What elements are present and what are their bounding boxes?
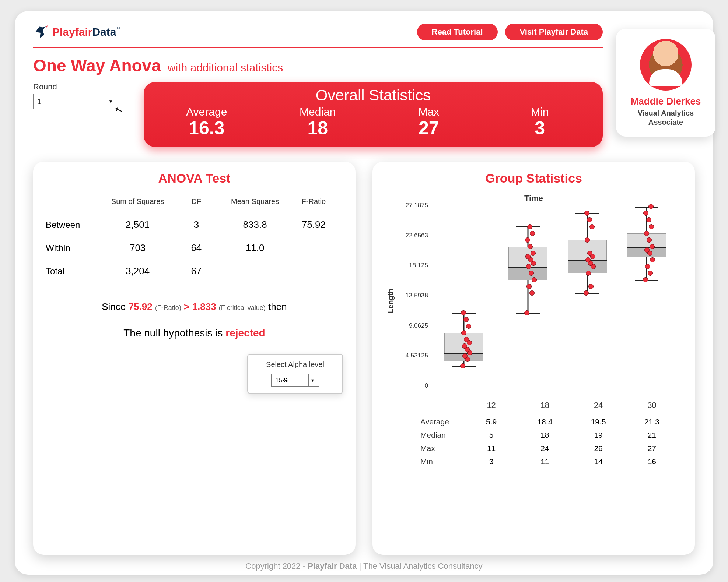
data-point	[647, 237, 652, 243]
data-point	[527, 224, 532, 229]
alpha-select[interactable]: 15% ▼	[271, 374, 319, 387]
data-point	[461, 330, 466, 335]
data-point	[650, 257, 655, 262]
overall-max-label: Max	[373, 106, 484, 118]
data-point	[462, 343, 467, 349]
anova-table: Sum of Squares DF Mean Squares F-Ratio B…	[46, 194, 343, 283]
data-point	[531, 251, 536, 256]
table-row: Median 5 18 19 21	[420, 428, 679, 442]
avatar	[640, 39, 692, 91]
logo: PlayfairData®	[33, 24, 120, 40]
bird-icon	[33, 24, 49, 40]
page-title-row: One Way Anova with additional statistics	[33, 56, 695, 75]
data-point	[646, 217, 651, 222]
y-tick: 13.5938	[396, 292, 428, 299]
footer: Copyright 2022 - Playfair Data | The Vis…	[33, 561, 695, 571]
round-label: Round	[33, 82, 129, 92]
overall-med-value: 18	[262, 117, 374, 139]
data-point	[587, 251, 592, 256]
visit-playfair-button[interactable]: Visit Playfair Data	[505, 24, 603, 40]
anova-conclusion-2: The null hypothesis is rejected	[46, 327, 343, 339]
data-point	[585, 257, 591, 262]
data-point	[466, 324, 471, 329]
data-point	[588, 284, 594, 289]
data-point	[645, 264, 650, 269]
app-window: PlayfairData® Read Tutorial Visit Playfa…	[15, 11, 713, 575]
data-point	[644, 247, 650, 253]
read-tutorial-button[interactable]: Read Tutorial	[417, 24, 498, 40]
y-tick: 22.6563	[396, 232, 428, 239]
table-row: Total 3,204 67	[46, 260, 343, 283]
data-point	[589, 224, 595, 229]
data-point	[526, 264, 531, 269]
data-point	[587, 217, 592, 222]
group-summary-table: 12 18 24 30 Average 5.9 18.4 19.5 21.3 M…	[420, 398, 679, 468]
anova-panel: ANOVA Test Sum of Squares DF Mean Square…	[33, 162, 356, 555]
box-group	[437, 205, 491, 386]
data-point	[648, 204, 654, 209]
data-point	[643, 211, 648, 216]
logo-registered: ®	[117, 26, 120, 30]
overall-max-value: 27	[373, 117, 484, 139]
x-categories: 12 18 24 30	[420, 398, 679, 415]
overall-stats-bar: Overall Statistics Average Median Max Mi…	[144, 82, 603, 147]
boxplot-chart: 04.531259.062513.593818.12522.656327.187…	[396, 205, 682, 397]
anova-h-ms: Mean Squares	[226, 197, 284, 206]
y-tick: 0	[396, 382, 428, 389]
data-point	[526, 284, 532, 289]
data-point	[644, 231, 649, 236]
round-filter: Round 1 ▼ ↖	[33, 82, 129, 109]
overall-avg-value: 16.3	[151, 117, 262, 139]
table-row: Within 703 64 11.0	[46, 236, 343, 260]
table-row: Average 5.9 18.4 19.5 21.3	[420, 415, 679, 428]
alpha-value: 15%	[275, 377, 288, 384]
y-tick: 27.1875	[396, 202, 428, 209]
overall-avg-label: Average	[151, 106, 262, 118]
top-row: Round 1 ▼ ↖ Overall Statistics Average M…	[33, 82, 695, 147]
alpha-box: Select Alpha level 15% ▼	[247, 354, 343, 394]
overall-title: Overall Statistics	[151, 87, 595, 104]
profile-role: Visual Analytics Associate	[616, 109, 715, 127]
data-point	[532, 277, 537, 282]
y-tick: 9.0625	[396, 322, 428, 329]
data-point	[461, 310, 466, 315]
anova-conclusion-1: Since 75.92 (F-Ratio) > 1.833 (F critica…	[46, 301, 343, 313]
page-subtitle: with additional statistics	[168, 61, 283, 74]
data-point	[525, 254, 531, 259]
box-group	[619, 205, 673, 386]
overall-min-label: Min	[484, 106, 596, 118]
anova-h-f: F-Ratio	[284, 197, 343, 206]
y-axis-label: Length	[385, 205, 396, 397]
group-panel: Group Statistics Time Length 04.531259.0…	[372, 162, 695, 555]
data-point	[650, 244, 655, 249]
data-point	[460, 363, 465, 368]
logo-text-data: Data	[92, 26, 116, 38]
profile-card: Maddie Dierkes Visual Analytics Associat…	[616, 29, 715, 137]
data-point	[525, 237, 530, 243]
data-point	[584, 290, 589, 296]
overall-min-value: 3	[484, 117, 596, 139]
data-point	[585, 237, 590, 243]
round-select[interactable]: 1 ▼ ↖	[33, 94, 118, 109]
data-point	[649, 224, 654, 229]
y-tick: 4.53125	[396, 352, 428, 359]
cursor-icon: ↖	[113, 103, 124, 117]
table-row: Min 3 11 14 16	[420, 455, 679, 468]
round-value: 1	[37, 98, 41, 106]
box-group	[560, 205, 614, 386]
data-point	[463, 317, 469, 322]
chart-title: Time	[385, 194, 682, 203]
logo-text-playfair: Playfair	[52, 26, 92, 38]
overall-med-label: Median	[262, 106, 374, 118]
data-point	[464, 337, 469, 342]
table-row: Between 2,501 3 833.8 75.92	[46, 213, 343, 236]
anova-h-ss: Sum of Squares	[108, 197, 167, 206]
header-divider	[33, 47, 603, 48]
data-point	[648, 271, 653, 276]
data-point	[586, 271, 591, 276]
data-point	[528, 244, 533, 249]
data-point	[584, 211, 589, 216]
data-point	[524, 310, 529, 315]
chart-wrap: Length 04.531259.062513.593818.12522.656…	[385, 205, 682, 397]
data-point	[529, 271, 534, 276]
